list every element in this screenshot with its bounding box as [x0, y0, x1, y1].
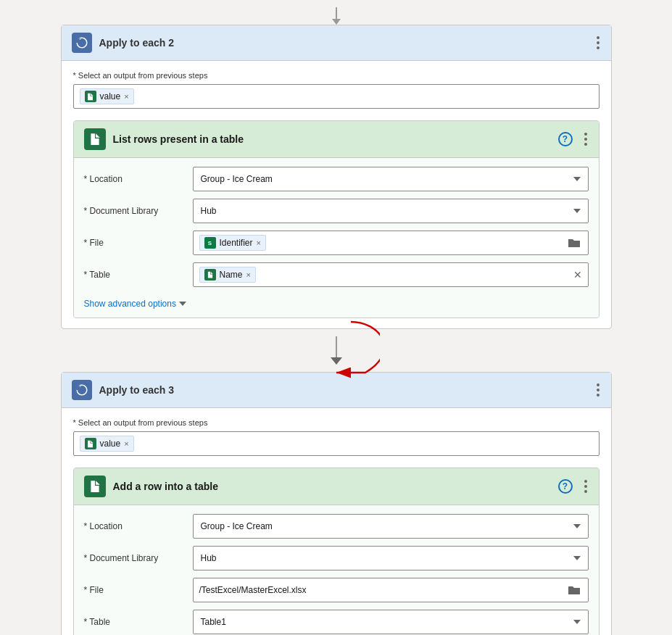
apply-each-3-title: Apply to each 3 — [99, 384, 595, 396]
add-file-row: * File /TestExcel/MasterExcel.xlsx — [84, 578, 589, 602]
identifier-token-text: Identifier — [220, 238, 253, 248]
add-file-value: /TestExcel/MasterExcel.xlsx — [199, 585, 307, 595]
add-row-card: Add a row into a table ? * Location — [73, 468, 600, 635]
help-symbol-3: ? — [563, 481, 568, 491]
identifier-token-remove[interactable]: × — [257, 239, 261, 247]
list-rows-body: * Location Group - Ice Cream * Document … — [74, 158, 599, 318]
apply-each-3-more-button[interactable] — [595, 382, 601, 398]
apply-each-2-header: Apply to each 2 — [62, 25, 611, 61]
add-location-control: Group - Ice Cream — [193, 514, 589, 539]
doc-library-dropdown[interactable]: Hub — [193, 199, 589, 223]
add-file-label: * File — [84, 585, 193, 595]
table-control: Name × ✕ — [193, 262, 589, 287]
table-row: * Table Name × — [84, 262, 589, 287]
location-control: Group - Ice Cream — [193, 167, 589, 191]
add-location-dropdown[interactable]: Group - Ice Cream — [193, 514, 589, 539]
add-file-field[interactable]: /TestExcel/MasterExcel.xlsx — [193, 578, 589, 602]
add-file-control: /TestExcel/MasterExcel.xlsx — [193, 578, 589, 602]
folder-icon[interactable] — [568, 237, 582, 249]
down-arrow-icon — [331, 357, 342, 365]
table-tokens: Name × — [199, 267, 573, 283]
select-output-2-input[interactable]: value × — [73, 84, 600, 109]
table-label: * Table — [84, 270, 193, 280]
apply-each-2-body: * Select an output from previous steps v… — [62, 61, 611, 328]
list-rows-controls: ? — [558, 131, 589, 147]
location-dropdown[interactable]: Group - Ice Cream — [193, 167, 589, 191]
excel-icon-name — [204, 269, 216, 281]
excel-icon-2 — [85, 91, 96, 102]
apply-each-2-icon — [72, 33, 92, 53]
add-table-label: * Table — [84, 617, 193, 627]
table-clear-icon[interactable]: ✕ — [573, 269, 582, 281]
add-doc-library-label: * Document Library — [84, 553, 193, 563]
apply-each-3-body: * Select an output from previous steps v… — [62, 408, 611, 635]
list-rows-icon — [84, 128, 106, 150]
add-location-label: * Location — [84, 521, 193, 531]
list-rows-title: List rows present in a table — [113, 133, 558, 145]
value-token-3-remove[interactable]: × — [124, 440, 128, 448]
select-output-2-label: * Select an output from previous steps — [73, 71, 600, 80]
identifier-token: S Identifier × — [199, 235, 266, 251]
name-token: Name × — [199, 267, 256, 283]
file-label: * File — [84, 238, 193, 248]
location-row: * Location Group - Ice Cream — [84, 167, 589, 191]
help-symbol: ? — [563, 134, 568, 144]
add-location-chevron-icon — [573, 524, 581, 528]
file-field[interactable]: S Identifier × — [193, 231, 589, 255]
apply-each-2-more-button[interactable] — [595, 35, 601, 51]
add-row-body: * Location Group - Ice Cream * Document … — [74, 505, 599, 635]
add-doc-library-dropdown[interactable]: Hub — [193, 546, 589, 570]
connector-arrow — [332, 19, 341, 25]
add-row-help-button[interactable]: ? — [558, 479, 573, 494]
add-doc-library-row: * Document Library Hub — [84, 546, 589, 570]
advanced-options-link[interactable]: Show advanced options — [84, 299, 186, 309]
file-row: * File S Identifier × — [84, 231, 589, 255]
value-token-2-remove[interactable]: × — [124, 93, 128, 101]
apply-each-3-header: Apply to each 3 — [62, 373, 611, 408]
list-rows-help-button[interactable]: ? — [558, 132, 573, 146]
select-output-3-input[interactable]: value × — [73, 431, 600, 456]
doc-library-control: Hub — [193, 199, 589, 223]
add-table-control: Table1 — [193, 610, 589, 634]
list-rows-header: List rows present in a table ? — [74, 121, 599, 158]
name-token-text: Name — [220, 270, 243, 280]
page-container: Apply to each 2 * Select an output from … — [0, 0, 672, 635]
add-doc-library-value: Hub — [201, 553, 217, 563]
add-folder-icon[interactable] — [568, 584, 582, 596]
add-row-more-button[interactable] — [583, 478, 589, 494]
add-table-value: Table1 — [201, 617, 226, 627]
doc-library-value: Hub — [201, 206, 217, 216]
excel-icon-3 — [85, 438, 96, 449]
table-field[interactable]: Name × ✕ — [193, 262, 589, 287]
add-row-title: Add a row into a table — [113, 481, 558, 492]
apply-each-3-icon — [72, 380, 92, 400]
connector-v-line — [336, 336, 337, 358]
add-row-header: Add a row into a table ? — [74, 468, 599, 505]
name-token-remove[interactable]: × — [246, 271, 251, 279]
add-row-controls: ? — [558, 478, 589, 494]
add-location-value: Group - Ice Cream — [201, 521, 273, 531]
doc-library-label: * Document Library — [84, 206, 193, 216]
apply-each-2-controls — [595, 35, 601, 51]
location-value: Group - Ice Cream — [201, 174, 273, 184]
add-location-row: * Location Group - Ice Cream — [84, 514, 589, 539]
list-rows-more-button[interactable] — [583, 131, 589, 147]
add-table-chevron-icon — [573, 620, 581, 624]
value-token-3: value × — [80, 436, 134, 452]
advanced-options-text: Show advanced options — [84, 299, 176, 309]
doc-library-chevron-icon — [573, 209, 581, 213]
file-tokens: S Identifier × — [199, 235, 568, 251]
location-label: * Location — [84, 174, 193, 184]
list-rows-card: List rows present in a table ? * Locatio… — [73, 120, 600, 318]
doc-library-row: * Document Library Hub — [84, 199, 589, 223]
value-token-2: value × — [80, 88, 134, 104]
add-table-dropdown[interactable]: Table1 — [193, 610, 589, 634]
sp-icon: S — [204, 237, 216, 249]
connector-line — [336, 7, 337, 19]
advanced-options-chevron-icon — [179, 302, 186, 306]
apply-each-3-controls — [595, 382, 601, 398]
select-output-3-label: * Select an output from previous steps — [73, 418, 600, 427]
add-table-row: * Table Table1 — [84, 610, 589, 634]
top-connector — [332, 7, 341, 25]
add-doc-library-chevron-icon — [573, 556, 581, 560]
